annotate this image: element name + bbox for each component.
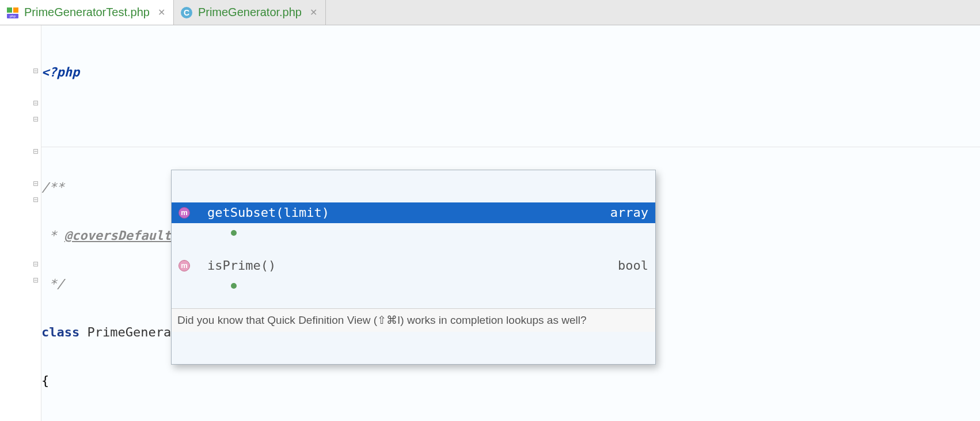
- tab-label: PrimeGenerator.php: [198, 6, 302, 19]
- completion-item-getsubset[interactable]: m getSubset(limit) array: [172, 202, 655, 223]
- completion-label: isPrime(): [207, 258, 613, 274]
- svg-point-7: [231, 283, 237, 289]
- svg-point-6: [231, 230, 237, 236]
- docblock-close: */: [41, 276, 64, 292]
- completion-item-isprime[interactable]: m isPrime() bool: [172, 255, 655, 276]
- completion-hint: Did you know that Quick Definition View …: [172, 308, 655, 332]
- tab-primegenerator[interactable]: C PrimeGenerator.php ✕: [174, 0, 326, 25]
- visibility-icon: [195, 262, 203, 270]
- svg-rect-0: [7, 7, 12, 13]
- completion-return-type: array: [610, 205, 648, 221]
- php-file-icon: php: [6, 6, 20, 20]
- tab-primegeneratortest[interactable]: php PrimeGeneratorTest.php ✕: [0, 0, 174, 25]
- editor: ⊟ ⊟ ⊟ ⊟ ⊟ ⊟ ⊟ ⊟ <?php /** * @coversDefau…: [0, 25, 980, 421]
- svg-text:C: C: [184, 8, 189, 17]
- svg-text:php: php: [10, 14, 16, 18]
- keyword-class: class: [41, 324, 79, 340]
- method-icon: m: [178, 207, 190, 219]
- tab-bar: php PrimeGeneratorTest.php ✕ C PrimeGene…: [0, 0, 980, 25]
- class-file-icon: C: [180, 6, 193, 20]
- completion-return-type: bool: [618, 258, 648, 274]
- close-icon[interactable]: ✕: [158, 7, 165, 18]
- completion-label: getSubset(limit): [207, 205, 606, 221]
- method-icon: m: [178, 260, 190, 271]
- gutter[interactable]: ⊟ ⊟ ⊟ ⊟ ⊟ ⊟ ⊟ ⊟: [0, 25, 41, 421]
- close-icon[interactable]: ✕: [310, 7, 317, 18]
- docblock-open: /**: [41, 179, 64, 196]
- visibility-icon: [195, 209, 203, 217]
- svg-rect-1: [13, 7, 18, 13]
- code-area[interactable]: <?php /** * @coversDefaultClass PrimeGen…: [41, 25, 980, 421]
- php-open-tag: <?php: [41, 64, 79, 81]
- completion-popup: m getSubset(limit) array m isPrime() boo…: [171, 170, 656, 365]
- tab-label: PrimeGeneratorTest.php: [24, 6, 150, 19]
